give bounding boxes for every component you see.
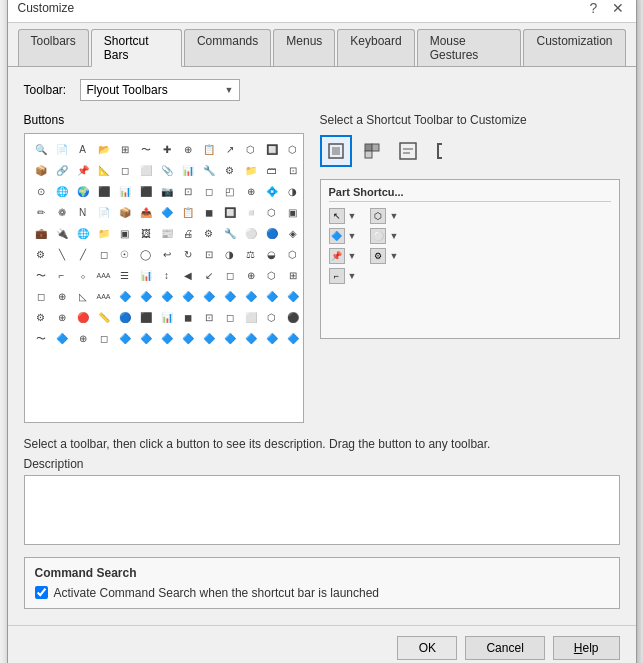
- btn-103[interactable]: 🔷: [262, 287, 282, 307]
- btn-62[interactable]: 🔧: [220, 224, 240, 244]
- btn-109[interactable]: 🔵: [115, 308, 135, 328]
- btn-85[interactable]: ↕: [157, 266, 177, 286]
- btn-115[interactable]: ⬜: [241, 308, 261, 328]
- cancel-button[interactable]: Cancel: [465, 636, 544, 660]
- btn-107[interactable]: 🔴: [73, 308, 93, 328]
- btn-69[interactable]: ◻: [94, 245, 114, 265]
- btn-1[interactable]: 🔍: [31, 140, 51, 160]
- shortcut-part-btn[interactable]: [320, 135, 352, 167]
- btn-23[interactable]: ⚙: [220, 161, 240, 181]
- btn-51[interactable]: ⬡: [262, 203, 282, 223]
- btn-41[interactable]: ❁: [52, 203, 72, 223]
- btn-97[interactable]: 🔷: [136, 287, 156, 307]
- btn-35[interactable]: ◻: [199, 182, 219, 202]
- btn-70[interactable]: ☉: [115, 245, 135, 265]
- btn-18[interactable]: ◻: [115, 161, 135, 181]
- btn-3[interactable]: A: [73, 140, 93, 160]
- help-button[interactable]: Help: [553, 636, 620, 660]
- tab-shortcut-bars[interactable]: Shortcut Bars: [91, 29, 182, 67]
- btn-125[interactable]: 🔷: [178, 329, 198, 349]
- btn-37[interactable]: ⊕: [241, 182, 261, 202]
- btn-28[interactable]: 🌐: [52, 182, 72, 202]
- btn-55[interactable]: 🌐: [73, 224, 93, 244]
- btn-72[interactable]: ↩: [157, 245, 177, 265]
- btn-20[interactable]: 📎: [157, 161, 177, 181]
- btn-25[interactable]: 🗃: [262, 161, 282, 181]
- btn-98[interactable]: 🔷: [157, 287, 177, 307]
- ok-button[interactable]: OK: [397, 636, 457, 660]
- btn-65[interactable]: ◈: [283, 224, 303, 244]
- btn-46[interactable]: 🔷: [157, 203, 177, 223]
- btn-48[interactable]: ◼: [199, 203, 219, 223]
- tab-menus[interactable]: Menus: [273, 29, 335, 66]
- btn-76[interactable]: ⚖: [241, 245, 261, 265]
- btn-54[interactable]: 🔌: [52, 224, 72, 244]
- btn-82[interactable]: AAA: [94, 266, 114, 286]
- btn-123[interactable]: 🔷: [136, 329, 156, 349]
- btn-127[interactable]: 🔷: [220, 329, 240, 349]
- help-title-icon[interactable]: ?: [586, 0, 602, 16]
- btn-108[interactable]: 📏: [94, 308, 114, 328]
- tab-commands[interactable]: Commands: [184, 29, 271, 66]
- btn-106[interactable]: ⊕: [52, 308, 72, 328]
- btn-87[interactable]: ↙: [199, 266, 219, 286]
- btn-45[interactable]: 📤: [136, 203, 156, 223]
- btn-121[interactable]: ◻: [94, 329, 114, 349]
- btn-120[interactable]: ⊕: [73, 329, 93, 349]
- btn-71[interactable]: ◯: [136, 245, 156, 265]
- btn-86[interactable]: ◀: [178, 266, 198, 286]
- tab-keyboard[interactable]: Keyboard: [337, 29, 414, 66]
- btn-9[interactable]: 📋: [199, 140, 219, 160]
- btn-39[interactable]: ◑: [283, 182, 303, 202]
- btn-73[interactable]: ↻: [178, 245, 198, 265]
- btn-77[interactable]: ◒: [262, 245, 282, 265]
- btn-44[interactable]: 📦: [115, 203, 135, 223]
- btn-60[interactable]: 🖨: [178, 224, 198, 244]
- btn-102[interactable]: 🔷: [241, 287, 261, 307]
- tab-mouse-gestures[interactable]: Mouse Gestures: [417, 29, 522, 66]
- btn-67[interactable]: ╲: [52, 245, 72, 265]
- btn-95[interactable]: AAA: [94, 287, 114, 307]
- tab-toolbars[interactable]: Toolbars: [18, 29, 89, 66]
- btn-63[interactable]: ⚪: [241, 224, 261, 244]
- btn-101[interactable]: 🔷: [220, 287, 240, 307]
- btn-11[interactable]: ⬡: [241, 140, 261, 160]
- btn-111[interactable]: 📊: [157, 308, 177, 328]
- btn-90[interactable]: ⬡: [262, 266, 282, 286]
- btn-116[interactable]: ⬡: [262, 308, 282, 328]
- btn-14[interactable]: 📦: [31, 161, 51, 181]
- btn-91[interactable]: ⊞: [283, 266, 303, 286]
- shortcut-assembly-btn[interactable]: [356, 135, 388, 167]
- btn-126[interactable]: 🔷: [199, 329, 219, 349]
- btn-113[interactable]: ⊡: [199, 308, 219, 328]
- btn-112[interactable]: ◼: [178, 308, 198, 328]
- btn-19[interactable]: ⬜: [136, 161, 156, 181]
- btn-53[interactable]: 💼: [31, 224, 51, 244]
- toolbar-select[interactable]: Flyout Toolbars Radial Menus: [80, 79, 240, 101]
- close-icon[interactable]: ✕: [610, 0, 626, 16]
- btn-7[interactable]: ✚: [157, 140, 177, 160]
- btn-89[interactable]: ⊕: [241, 266, 261, 286]
- btn-78[interactable]: ⬡: [283, 245, 303, 265]
- btn-75[interactable]: ◑: [220, 245, 240, 265]
- btn-58[interactable]: 🖼: [136, 224, 156, 244]
- btn-110[interactable]: ⬛: [136, 308, 156, 328]
- btn-94[interactable]: ◺: [73, 287, 93, 307]
- btn-74[interactable]: ⊡: [199, 245, 219, 265]
- btn-17[interactable]: 📐: [94, 161, 114, 181]
- tab-customization[interactable]: Customization: [523, 29, 625, 66]
- btn-2[interactable]: 📄: [52, 140, 72, 160]
- btn-26[interactable]: ⊡: [283, 161, 303, 181]
- btn-12[interactable]: 🔲: [262, 140, 282, 160]
- btn-81[interactable]: ⬦: [73, 266, 93, 286]
- btn-84[interactable]: 📊: [136, 266, 156, 286]
- shortcut-drawing-btn[interactable]: [392, 135, 424, 167]
- btn-50[interactable]: ◽: [241, 203, 261, 223]
- btn-117[interactable]: ⚫: [283, 308, 303, 328]
- btn-10[interactable]: ↗: [220, 140, 240, 160]
- btn-36[interactable]: ◰: [220, 182, 240, 202]
- btn-99[interactable]: 🔷: [178, 287, 198, 307]
- btn-88[interactable]: ◻: [220, 266, 240, 286]
- btn-100[interactable]: 🔷: [199, 287, 219, 307]
- btn-38[interactable]: 💠: [262, 182, 282, 202]
